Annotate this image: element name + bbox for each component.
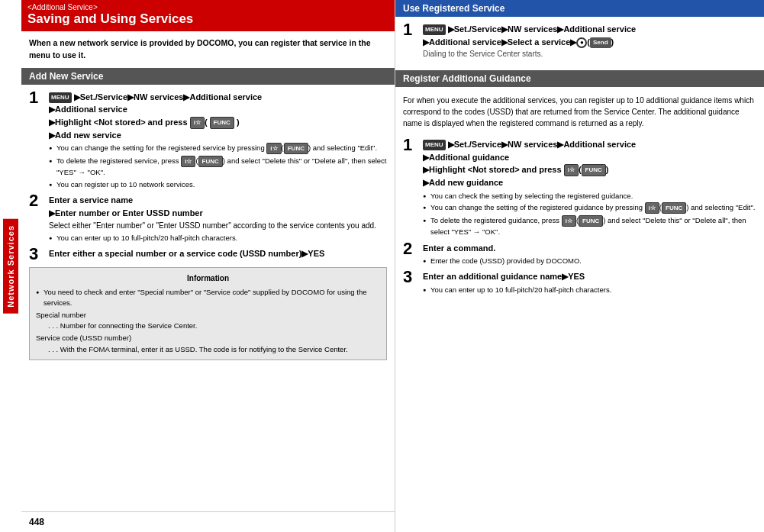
reg-step-1-number: 1 (403, 137, 420, 153)
func-label-s1b1: FUNC (284, 143, 308, 154)
func-btn-reg1b2: i☆ (645, 202, 659, 214)
step-1-bullet-3: You can register up to 10 network servic… (49, 179, 387, 189)
page-footer: 448 (21, 511, 395, 532)
step-2: 2 Enter a service name▶Enter number or E… (29, 194, 387, 243)
sidebar-label: Network Services (3, 219, 18, 314)
reg-step-3-number: 3 (403, 269, 420, 285)
use-step-1-main: MENU ▶Set./Service▶NW services▶Additiona… (423, 23, 756, 48)
func-btn-s1b1: i☆ (266, 143, 281, 154)
step-2-content: Enter a service name▶Enter number or Ent… (49, 194, 387, 243)
step-2-sub: Select either "Enter number" or "Enter U… (49, 221, 387, 231)
func-label-reg1b3: FUNC (579, 215, 603, 227)
info-box: Information You need to check and enter … (29, 267, 387, 360)
step-1-text-1: ▶Set./Service▶NW services▶Additional ser… (74, 92, 263, 102)
reg-step-2: 2 Enter a command. Enter the code (USSD)… (403, 242, 756, 266)
func-btn-reg1b3: i☆ (562, 215, 576, 227)
reg-step-1-bullet-1: You can check the setting by selecting t… (423, 191, 756, 201)
step-1-text-2: ▶Additional service (49, 105, 127, 114)
reg-step-2-main: Enter a command. (423, 242, 756, 255)
sidebar: Network Services (0, 0, 21, 532)
func-btn-reg1: i☆ (564, 164, 579, 176)
main-content: <Additional Service> Saving and Using Se… (21, 0, 764, 532)
reg-step-1-content: MENU ▶Set./Service▶NW services▶Additiona… (423, 138, 756, 237)
send-btn-use: Send (590, 37, 611, 48)
intro-text: When a new network service is provided b… (21, 31, 395, 68)
add-new-service-header: Add New Service (21, 68, 395, 85)
func-label-s1b2: FUNC (198, 156, 223, 167)
step-1-number: 1 (29, 89, 46, 106)
func-label-reg1b2: FUNC (662, 202, 686, 214)
left-panel-body: 1 MENU ▶Set./Service▶NW services▶Additio… (21, 88, 395, 512)
info-bullet-1: You need to check and enter "Special num… (36, 287, 380, 308)
reg-step-2-bullet-1: Enter the code (USSD) provided by DOCOMO… (423, 256, 756, 266)
use-step-1-number: 1 (403, 21, 420, 38)
reg-step-1: 1 MENU ▶Set./Service▶NW services▶Additio… (403, 138, 756, 237)
step-1: 1 MENU ▶Set./Service▶NW services▶Additio… (29, 91, 387, 190)
step-3-number: 3 (29, 246, 46, 263)
reg-step-2-content: Enter a command. Enter the code (USSD) p… (423, 242, 756, 266)
info-service-text: . . . With the FOMA terminal, enter it a… (36, 344, 380, 355)
step-3-content: Enter either a special number or a servi… (49, 247, 387, 260)
sub-title: <Additional Service> (27, 3, 388, 11)
step-3: 3 Enter either a special number or a ser… (29, 247, 387, 263)
register-section-body: 1 MENU ▶Set./Service▶NW services▶Additio… (395, 135, 764, 302)
step-1-bullet-1: You can change the setting for the regis… (49, 143, 387, 154)
register-guidance-header: Register Additional Guidance (395, 70, 764, 87)
info-box-header: Information (36, 272, 380, 284)
step-2-main: Enter a service name▶Enter number or Ent… (49, 194, 387, 219)
page-header: <Additional Service> Saving and Using Se… (21, 0, 395, 31)
main-title: Saving and Using Services (27, 11, 388, 27)
dialing-note: Dialing to the Service Center starts. (423, 50, 756, 58)
page-number: 448 (29, 517, 44, 527)
reg-step-3-bullet-1: You can enter up to 10 full-pitch/20 hal… (423, 285, 756, 295)
use-registered-header: Use Registered Service (395, 0, 764, 17)
step-1-main: MENU ▶Set./Service▶NW services▶Additiona… (49, 91, 387, 142)
menu-btn-reg: MENU (423, 140, 446, 150)
step-1-content: MENU ▶Set./Service▶NW services▶Additiona… (49, 91, 387, 190)
reg-step-2-number: 2 (403, 240, 420, 257)
func-btn-s1b2: i☆ (181, 156, 195, 167)
reg-step-3-content: Enter an additional guidance name▶YES Yo… (423, 270, 756, 295)
step-1-text-4: ▶Add new service (49, 131, 121, 140)
reg-step-3: 3 Enter an additional guidance name▶YES … (403, 270, 756, 295)
left-panel: <Additional Service> Saving and Using Se… (21, 0, 395, 532)
use-step-1-content: MENU ▶Set./Service▶NW services▶Additiona… (423, 23, 756, 63)
func-label-reg1: FUNC (582, 164, 606, 176)
reg-step-3-main: Enter an additional guidance name▶YES (423, 270, 756, 283)
reg-step-1-bullet-2: You can change the setting of the regist… (423, 202, 756, 214)
reg-step-1-bullet-3: To delete the registered guidance, press… (423, 215, 756, 237)
reg-step-1-main: MENU ▶Set./Service▶NW services▶Additiona… (423, 138, 756, 189)
step-2-number: 2 (29, 192, 46, 209)
func-label: FUNC (210, 117, 234, 129)
info-special-text: . . . Number for connecting the Service … (36, 321, 380, 331)
step-3-main: Enter either a special number or a servi… (49, 247, 387, 260)
menu-btn-use: MENU (423, 24, 446, 35)
circle-btn-use: ● (576, 37, 587, 48)
guidance-intro: For when you execute the additional serv… (395, 90, 764, 134)
info-special-label: Special number (36, 310, 380, 321)
menu-button-icon: MENU (49, 92, 72, 103)
func-btn-icon: i☆ (190, 117, 205, 129)
info-service-label: Service code (USSD number) (36, 333, 380, 343)
use-step-1: 1 MENU ▶Set./Service▶NW services▶Additio… (403, 23, 756, 63)
use-section-body: 1 MENU ▶Set./Service▶NW services▶Additio… (395, 20, 764, 70)
right-panel: Use Registered Service 1 MENU ▶Set./Serv… (395, 0, 764, 532)
step-1-bullet-2: To delete the registered service, press … (49, 156, 387, 177)
step-1-text-3: ▶Highlight <Not stored> and press i☆( FU… (49, 118, 240, 127)
step-2-bullet-1: You can enter up to 10 full-pitch/20 hal… (49, 233, 387, 243)
